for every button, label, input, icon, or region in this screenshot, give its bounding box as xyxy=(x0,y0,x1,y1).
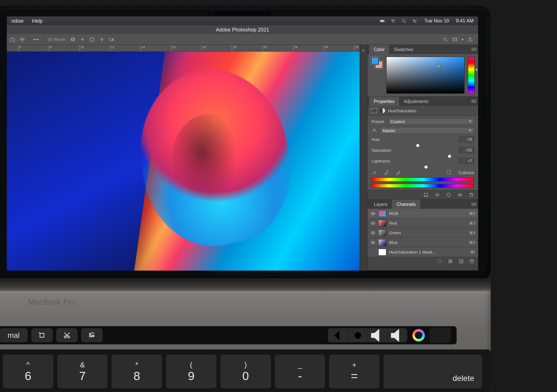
channel-row[interactable]: Blue⌘5 xyxy=(368,238,478,247)
hue-value[interactable]: -16 xyxy=(459,136,474,142)
touchbar-transform-icon[interactable] xyxy=(31,328,53,342)
visibility-eye-icon[interactable] xyxy=(370,240,375,245)
svg-rect-12 xyxy=(90,38,94,41)
load-selection-icon[interactable] xyxy=(437,258,442,264)
channel-thumbnail xyxy=(378,220,386,227)
overflow-icon[interactable]: ••• xyxy=(33,37,39,42)
horizontal-ruler[interactable]: 6810121416182022242628 xyxy=(7,45,360,52)
foreground-background-swatch[interactable] xyxy=(371,57,383,69)
panel-menu-icon[interactable] xyxy=(471,100,476,103)
tab-swatches[interactable]: Swatches xyxy=(389,45,418,54)
saturation-value[interactable]: +52 xyxy=(459,147,474,153)
channel-row[interactable]: Hue/Saturation 1 Mask...⌘\ xyxy=(368,247,478,257)
svg-point-25 xyxy=(371,212,375,215)
toggle-visibility-icon[interactable] xyxy=(457,192,463,198)
scale-3d-icon[interactable] xyxy=(89,37,95,42)
light-3d-icon[interactable] xyxy=(99,37,105,42)
key[interactable]: _- xyxy=(275,355,325,389)
menubar-date[interactable]: Tue Nov 10 xyxy=(424,18,449,24)
channel-name: RGB xyxy=(389,211,398,216)
document-canvas[interactable] xyxy=(7,52,360,271)
control-center-icon[interactable] xyxy=(412,18,417,24)
camera-3d-icon[interactable] xyxy=(109,37,114,42)
delete-channel-icon[interactable] xyxy=(469,258,475,264)
key[interactable]: ^6 xyxy=(3,355,53,389)
workspace-switcher-icon[interactable] xyxy=(452,37,458,42)
touchbar-blend-mode[interactable]: mal xyxy=(0,328,28,342)
chevron-down-icon[interactable]: ▾ xyxy=(462,37,463,41)
toolbar-search-icon[interactable] xyxy=(442,37,448,42)
touchbar-mute-icon[interactable] xyxy=(387,328,407,342)
tab-channels[interactable]: Channels xyxy=(392,200,420,209)
channel-select[interactable]: Master xyxy=(380,127,474,134)
hue-strip[interactable] xyxy=(468,57,475,94)
visibility-eye-icon[interactable] xyxy=(370,211,375,216)
key[interactable]: &7 xyxy=(57,355,108,389)
foreground-color-swatch[interactable] xyxy=(371,57,379,65)
orbit-icon[interactable] xyxy=(70,37,76,42)
panel-collapse-strip[interactable] xyxy=(360,45,368,271)
menubar-time[interactable]: 9:41 AM xyxy=(456,18,474,24)
collapse-panels-icon[interactable] xyxy=(361,48,366,53)
camera-notch xyxy=(214,11,271,15)
search-icon[interactable] xyxy=(401,18,407,24)
key[interactable]: (9 xyxy=(166,355,216,389)
tab-color[interactable]: Color xyxy=(369,45,389,54)
new-channel-icon[interactable] xyxy=(458,258,464,264)
touchbar-volume-icon[interactable] xyxy=(368,328,387,342)
key[interactable]: *8 xyxy=(111,355,162,389)
tab-properties[interactable]: Properties xyxy=(369,97,399,106)
home-icon[interactable] xyxy=(10,37,15,42)
tab-layers[interactable]: Layers xyxy=(369,200,392,209)
key-delete[interactable]: delete xyxy=(383,355,482,389)
hue-saturation-icon xyxy=(380,108,385,113)
eyedropper-subtract-icon[interactable] xyxy=(395,170,401,175)
trash-icon[interactable] xyxy=(469,192,474,198)
move-tool-icon[interactable] xyxy=(19,37,25,42)
channel-shortcut: ⌘5 xyxy=(469,240,475,245)
channel-row[interactable]: Red⌘3 xyxy=(368,218,478,228)
colorize-checkbox[interactable] xyxy=(447,170,451,174)
channel-row[interactable]: RGB⌘2 xyxy=(368,209,478,218)
touchbar-cut-icon[interactable] xyxy=(56,328,78,342)
visibility-eye-icon[interactable] xyxy=(370,221,375,226)
eyedropper-icon[interactable] xyxy=(372,170,377,175)
channel-row[interactable]: Green⌘4 xyxy=(368,228,478,238)
svg-rect-41 xyxy=(92,335,94,337)
share-icon[interactable] xyxy=(467,37,473,42)
pan-3d-icon[interactable] xyxy=(80,37,85,42)
preset-select[interactable]: Custom xyxy=(388,118,474,125)
visibility-eye-icon[interactable] xyxy=(370,230,375,235)
eyedropper-add-icon[interactable] xyxy=(383,170,389,175)
battery-icon[interactable] xyxy=(379,18,385,24)
properties-panel: Properties Adjustments Hue/Saturation xyxy=(368,97,478,200)
touchbar-expand-icon[interactable] xyxy=(328,328,348,342)
view-previous-icon[interactable] xyxy=(434,192,440,198)
touch-id-button[interactable] xyxy=(429,327,451,344)
laptop-deck: MacBook Pro mal ^6&7*8(9)0_-+=delete xyxy=(0,278,491,392)
svg-point-29 xyxy=(371,231,375,234)
wifi-icon[interactable] xyxy=(390,18,396,24)
options-bar: ••• 3D Mode: ▾ xyxy=(7,34,478,45)
visibility-eye-icon[interactable] xyxy=(370,250,375,255)
key[interactable]: += xyxy=(329,355,379,389)
panel-menu-icon[interactable] xyxy=(471,203,476,206)
panel-menu-icon[interactable] xyxy=(471,48,476,51)
save-selection-icon[interactable] xyxy=(448,258,453,264)
targeted-adjustment-icon[interactable] xyxy=(372,128,377,133)
key[interactable]: )0 xyxy=(220,355,271,389)
color-picker-indicator[interactable] xyxy=(436,64,440,68)
channel-shortcut: ⌘\ xyxy=(470,250,475,254)
touchbar-undo-icon[interactable] xyxy=(81,328,103,342)
menu-item-window[interactable]: ndow xyxy=(11,18,24,24)
adjustment-type-label: Hue/Saturation xyxy=(388,108,416,113)
color-field[interactable] xyxy=(386,57,465,94)
lightness-value[interactable]: +7 xyxy=(459,158,474,164)
tab-adjustments[interactable]: Adjustments xyxy=(399,97,433,106)
touchbar-siri-icon[interactable] xyxy=(412,329,425,342)
reset-icon[interactable] xyxy=(446,192,451,198)
menu-item-help[interactable]: Help xyxy=(32,18,43,24)
touchbar-brightness-icon[interactable] xyxy=(348,328,368,342)
clip-to-layer-icon[interactable] xyxy=(423,192,429,198)
ruler-tick: 6 xyxy=(18,45,18,51)
